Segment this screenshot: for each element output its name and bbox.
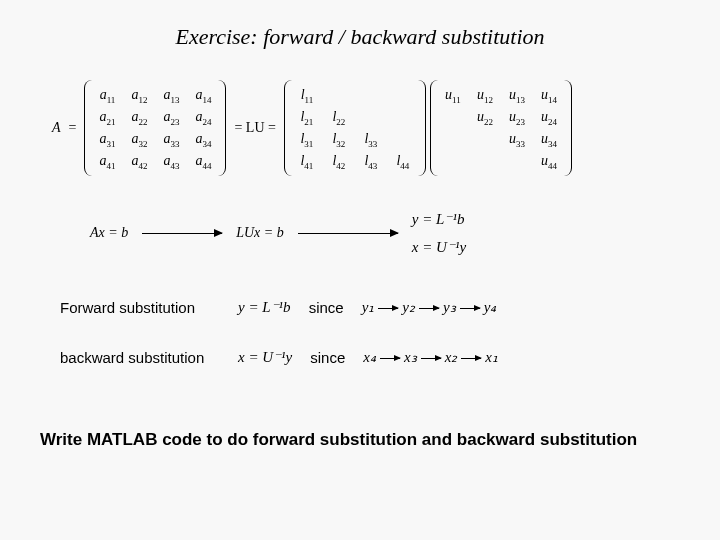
matrix-cell: u11 xyxy=(442,84,464,106)
matrix-cell: l41 xyxy=(296,150,318,172)
forward-since: since xyxy=(309,299,344,316)
solve-flow: Ax = b LUx = b y = L⁻¹b x = U⁻¹y xyxy=(90,210,466,256)
matrix-cell: a42 xyxy=(128,150,150,172)
matrix-cell: a31 xyxy=(96,128,118,150)
matrix-cell: a34 xyxy=(192,128,214,150)
chain-item: y₂ xyxy=(402,299,415,315)
matrix-cell xyxy=(392,84,414,106)
arrow-icon xyxy=(421,358,441,359)
forward-expr: y = L⁻¹b xyxy=(238,298,291,316)
matrix-cell xyxy=(328,84,350,106)
matrix-cell: l33 xyxy=(360,128,382,150)
matrix-cell: a32 xyxy=(128,128,150,150)
eq-sign: = xyxy=(69,120,77,136)
matrix-cell xyxy=(474,150,496,172)
matrix-cell: l22 xyxy=(328,106,350,128)
matrix-cell: u33 xyxy=(506,128,528,150)
matrix-cell: l44 xyxy=(392,150,414,172)
arrow-icon xyxy=(460,308,480,309)
backward-label: backward substitution xyxy=(60,349,220,366)
matrix-cell xyxy=(474,128,496,150)
eq-axb: Ax = b xyxy=(90,225,128,241)
matrix-cell: a14 xyxy=(192,84,214,106)
matrix-cell: a23 xyxy=(160,106,182,128)
matrix-cell: u44 xyxy=(538,150,560,172)
arrow-icon xyxy=(142,233,222,234)
matrix-cell: l32 xyxy=(328,128,350,150)
lu-decomposition-equation: A = a11a12a13a14a21a22a23a24a31a32a33a34… xyxy=(50,80,574,176)
arrow-icon xyxy=(378,308,398,309)
matrix-cell xyxy=(442,128,464,150)
matrix-cell: l42 xyxy=(328,150,350,172)
matrix-L: l11l21l22l31l32l33l41l42l43l44 xyxy=(284,80,426,176)
matrix-cell: l43 xyxy=(360,150,382,172)
forward-substitution-row: Forward substitution y = L⁻¹b since y₁y₂… xyxy=(60,298,496,316)
matrix-cell: a21 xyxy=(96,106,118,128)
eq-y-linv-b: y = L⁻¹b xyxy=(412,210,466,228)
matrix-cell: a33 xyxy=(160,128,182,150)
matrix-cell xyxy=(360,84,382,106)
task-instruction: Write MATLAB code to do forward substitu… xyxy=(40,430,680,450)
matrix-cell: l31 xyxy=(296,128,318,150)
matrix-A: a11a12a13a14a21a22a23a24a31a32a33a34a41a… xyxy=(84,80,226,176)
matrix-cell: u12 xyxy=(474,84,496,106)
backward-since: since xyxy=(310,349,345,366)
eq-x-uinv-y: x = U⁻¹y xyxy=(412,238,466,256)
matrix-cell xyxy=(360,106,382,128)
matrix-cell: u22 xyxy=(474,106,496,128)
page-title: Exercise: forward / backward substitutio… xyxy=(0,24,720,50)
matrix-cell xyxy=(392,106,414,128)
chain-item: y₃ xyxy=(443,299,456,315)
matrix-cell: a12 xyxy=(128,84,150,106)
matrix-cell xyxy=(442,106,464,128)
eq-LU: = LU = xyxy=(234,120,275,136)
arrow-icon xyxy=(298,233,398,234)
chain-item: x₁ xyxy=(485,349,498,365)
eq-luxb: LUx = b xyxy=(236,225,284,241)
arrow-icon xyxy=(419,308,439,309)
matrix-cell: a11 xyxy=(96,84,118,106)
chain-item: x₂ xyxy=(445,349,458,365)
chain-item: x₃ xyxy=(404,349,417,365)
matrix-cell: u14 xyxy=(538,84,560,106)
backward-expr: x = U⁻¹y xyxy=(238,348,292,366)
matrix-cell xyxy=(392,128,414,150)
matrix-U: u11u12u13u14u22u23u24u33u34u44 xyxy=(430,80,572,176)
forward-chain: y₁y₂y₃y₄ xyxy=(362,298,497,316)
matrix-cell: a22 xyxy=(128,106,150,128)
matrix-cell: a24 xyxy=(192,106,214,128)
matrix-cell: a13 xyxy=(160,84,182,106)
backward-chain: x₄x₃x₂x₁ xyxy=(363,348,498,366)
chain-item: y₄ xyxy=(484,299,497,315)
var-A: A xyxy=(52,120,61,136)
matrix-cell: l11 xyxy=(296,84,318,106)
matrix-cell: u24 xyxy=(538,106,560,128)
forward-label: Forward substitution xyxy=(60,299,220,316)
matrix-cell xyxy=(442,150,464,172)
matrix-cell: a44 xyxy=(192,150,214,172)
backward-substitution-row: backward substitution x = U⁻¹y since x₄x… xyxy=(60,348,498,366)
chain-item: x₄ xyxy=(363,349,376,365)
matrix-cell: u34 xyxy=(538,128,560,150)
arrow-icon xyxy=(461,358,481,359)
matrix-cell: l21 xyxy=(296,106,318,128)
matrix-cell: u23 xyxy=(506,106,528,128)
matrix-cell xyxy=(506,150,528,172)
chain-item: y₁ xyxy=(362,299,375,315)
arrow-icon xyxy=(380,358,400,359)
matrix-cell: u13 xyxy=(506,84,528,106)
matrix-cell: a41 xyxy=(96,150,118,172)
matrix-cell: a43 xyxy=(160,150,182,172)
